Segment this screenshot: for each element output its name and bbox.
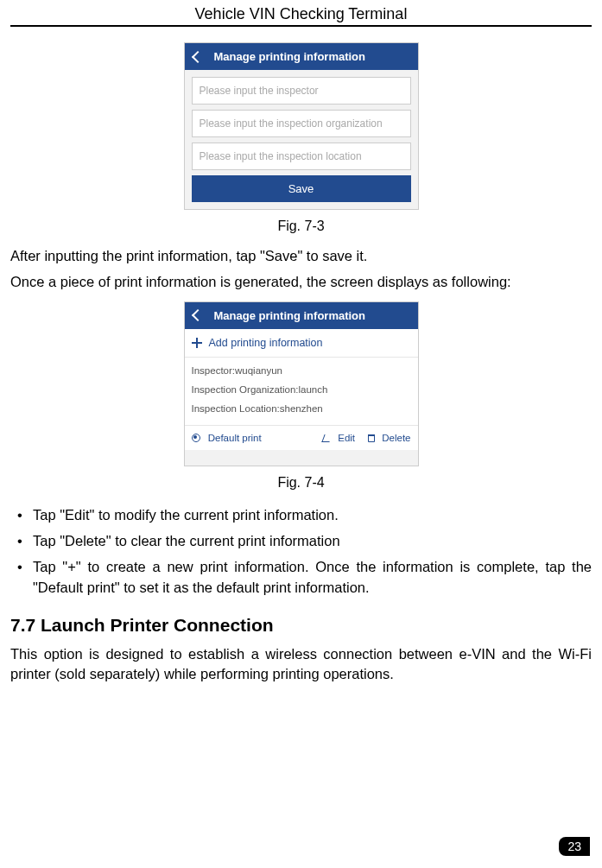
bullet-delete: Tap "Delete" to clear the current print … [14, 529, 592, 554]
paragraph-printer-connection: This option is designed to establish a w… [10, 644, 592, 686]
page-number: 23 [559, 837, 590, 856]
figure-7-4-screenshot: Manage printing information Add printing… [184, 301, 419, 466]
edit-button[interactable]: Edit [318, 433, 355, 443]
inspector-input[interactable]: Please input the inspector [192, 77, 411, 105]
bullet-edit: Tap "Edit" to modify the current print i… [14, 503, 592, 529]
document-header: Vehicle VIN Checking Terminal [10, 0, 592, 25]
organization-input[interactable]: Please input the inspection organization [192, 110, 411, 137]
edit-label: Edit [338, 433, 355, 443]
radio-icon [192, 434, 200, 442]
figure-7-3-caption: Fig. 7-3 [10, 219, 592, 234]
add-printing-info-label: Add printing information [209, 337, 323, 349]
screenshot-titlebar: Manage printing information [185, 302, 418, 329]
section-heading-7-7: 7.7 Launch Printer Connection [10, 615, 592, 636]
location-input[interactable]: Please input the inspection location [192, 143, 411, 170]
trash-icon [368, 434, 375, 442]
save-button[interactable]: Save [192, 175, 411, 202]
back-icon[interactable] [191, 50, 203, 62]
info-location: Inspection Location:shenzhen [192, 399, 411, 418]
default-print-toggle[interactable]: Default print [192, 433, 262, 443]
figure-7-4-caption: Fig. 7-4 [10, 475, 592, 491]
printing-info-footer: Default print Edit Delete [185, 426, 418, 450]
info-organization: Inspection Organization:launch [192, 380, 411, 399]
info-inspector: Inspector:wuqianyun [192, 361, 411, 380]
add-printing-info-row[interactable]: Add printing information [185, 329, 418, 358]
bullet-add: Tap "+" to create a new print informatio… [14, 554, 592, 601]
screenshot-titlebar: Manage printing information [185, 43, 418, 70]
back-icon[interactable] [191, 309, 203, 321]
figure-7-3-screenshot: Manage printing information Please input… [184, 42, 419, 210]
printing-info-block: Inspector:wuqianyun Inspection Organizat… [185, 358, 418, 426]
delete-button[interactable]: Delete [363, 433, 410, 443]
screenshot-title: Manage printing information [214, 309, 366, 322]
header-rule [10, 25, 592, 27]
screenshot-title: Manage printing information [214, 50, 366, 63]
plus-icon [192, 338, 202, 348]
paragraph-after-save: Once a piece of print information is gen… [10, 272, 592, 293]
pencil-icon [322, 434, 333, 442]
default-print-label: Default print [208, 433, 262, 443]
paragraph-save-instruction: After inputting the print information, t… [10, 246, 592, 267]
delete-label: Delete [382, 433, 410, 443]
instruction-list: Tap "Edit" to modify the current print i… [10, 503, 592, 601]
